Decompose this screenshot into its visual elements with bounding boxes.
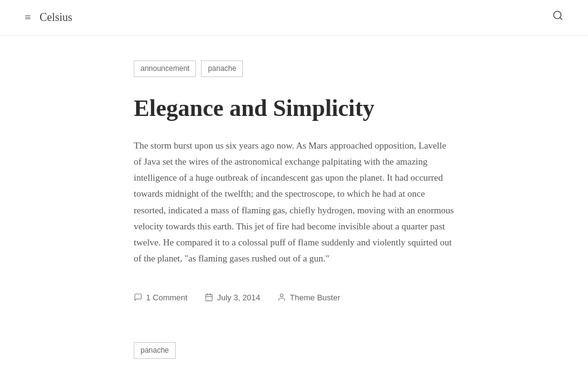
comment-count: 1 Comment	[134, 292, 187, 305]
bottom-tags: panache	[134, 342, 454, 359]
post-meta: 1 Comment July 3, 2014 Theme Buster	[134, 292, 454, 305]
search-icon[interactable]	[552, 9, 563, 27]
svg-line-1	[560, 17, 561, 19]
hamburger-icon[interactable]: ≡	[25, 12, 31, 23]
tag-panache[interactable]: panache	[201, 60, 243, 77]
site-title: Celsius	[39, 9, 72, 27]
post-body: The storm burst upon us six years ago no…	[134, 138, 454, 267]
post-date: July 3, 2014	[205, 292, 260, 305]
svg-point-6	[280, 294, 284, 297]
bottom-tag-panache[interactable]: panache	[134, 342, 176, 359]
post-author: Theme Buster	[277, 292, 340, 305]
tag-announcement[interactable]: announcement	[134, 60, 196, 77]
date-label: July 3, 2014	[217, 292, 260, 305]
calendar-icon	[205, 292, 213, 305]
main-content: announcement panache Elegance and Simpli…	[121, 36, 467, 370]
author-icon	[277, 292, 286, 305]
post-tags: announcement panache	[134, 60, 454, 77]
svg-rect-2	[206, 294, 213, 301]
author-label: Theme Buster	[290, 292, 340, 305]
post-title: Elegance and Simplicity	[134, 94, 454, 123]
site-header: ≡ Celsius	[0, 0, 588, 36]
comment-label: 1 Comment	[146, 292, 187, 305]
comment-icon	[134, 292, 142, 305]
header-left: ≡ Celsius	[25, 9, 72, 27]
